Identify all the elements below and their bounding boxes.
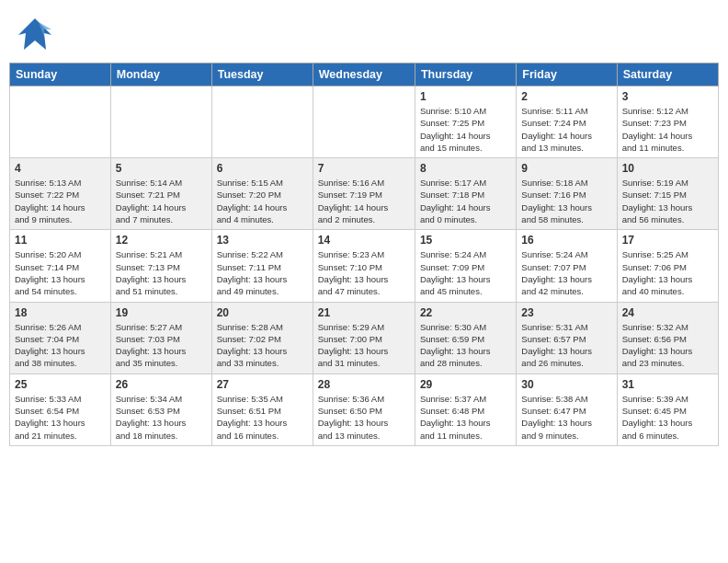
day-info: Sunrise: 5:20 AM Sunset: 7:14 PM Dayligh… <box>15 248 106 297</box>
day-number: 30 <box>521 378 611 391</box>
day-info: Sunrise: 5:32 AM Sunset: 6:56 PM Dayligh… <box>622 321 713 370</box>
day-info: Sunrise: 5:27 AM Sunset: 7:03 PM Dayligh… <box>116 321 207 370</box>
day-number: 1 <box>420 90 511 103</box>
calendar-cell: 8Sunrise: 5:17 AM Sunset: 7:18 PM Daylig… <box>415 158 516 230</box>
logo <box>18 17 55 53</box>
day-info: Sunrise: 5:39 AM Sunset: 6:45 PM Dayligh… <box>622 393 713 442</box>
calendar-week-row: 4Sunrise: 5:13 AM Sunset: 7:22 PM Daylig… <box>10 158 719 230</box>
weekday-header-monday: Monday <box>110 63 211 86</box>
svg-marker-0 <box>18 18 51 50</box>
calendar-cell: 5Sunrise: 5:14 AM Sunset: 7:21 PM Daylig… <box>110 158 211 230</box>
calendar-cell: 22Sunrise: 5:30 AM Sunset: 6:59 PM Dayli… <box>415 302 516 373</box>
day-info: Sunrise: 5:24 AM Sunset: 7:09 PM Dayligh… <box>420 248 511 297</box>
day-number: 9 <box>521 162 611 175</box>
day-number: 24 <box>622 306 713 319</box>
day-info: Sunrise: 5:18 AM Sunset: 7:16 PM Dayligh… <box>521 177 611 225</box>
calendar-cell: 24Sunrise: 5:32 AM Sunset: 6:56 PM Dayli… <box>617 302 718 373</box>
calendar-cell: 23Sunrise: 5:31 AM Sunset: 6:57 PM Dayli… <box>517 302 617 373</box>
day-number: 20 <box>217 306 308 319</box>
day-info: Sunrise: 5:22 AM Sunset: 7:11 PM Dayligh… <box>217 248 308 297</box>
header <box>0 0 728 63</box>
day-info: Sunrise: 5:37 AM Sunset: 6:48 PM Dayligh… <box>420 393 511 442</box>
logo-bird-icon <box>18 17 51 53</box>
weekday-header-friday: Friday <box>517 63 617 86</box>
calendar-cell: 9Sunrise: 5:18 AM Sunset: 7:16 PM Daylig… <box>517 158 617 230</box>
day-number: 5 <box>116 162 207 175</box>
day-number: 21 <box>318 306 410 319</box>
calendar-cell: 15Sunrise: 5:24 AM Sunset: 7:09 PM Dayli… <box>415 230 516 302</box>
day-info: Sunrise: 5:29 AM Sunset: 7:00 PM Dayligh… <box>318 321 410 370</box>
calendar-cell: 13Sunrise: 5:22 AM Sunset: 7:11 PM Dayli… <box>211 230 313 302</box>
calendar-week-row: 18Sunrise: 5:26 AM Sunset: 7:04 PM Dayli… <box>10 302 719 373</box>
day-info: Sunrise: 5:23 AM Sunset: 7:10 PM Dayligh… <box>318 248 410 297</box>
day-number: 23 <box>521 306 611 319</box>
page-container: SundayMondayTuesdayWednesdayThursdayFrid… <box>0 0 728 446</box>
calendar-cell: 18Sunrise: 5:26 AM Sunset: 7:04 PM Dayli… <box>10 302 111 373</box>
calendar-cell: 3Sunrise: 5:12 AM Sunset: 7:23 PM Daylig… <box>617 86 718 158</box>
day-number: 19 <box>116 306 207 319</box>
calendar-cell: 20Sunrise: 5:28 AM Sunset: 7:02 PM Dayli… <box>211 302 313 373</box>
day-info: Sunrise: 5:17 AM Sunset: 7:18 PM Dayligh… <box>420 177 511 225</box>
day-number: 29 <box>420 378 511 391</box>
day-number: 14 <box>318 234 410 247</box>
day-info: Sunrise: 5:25 AM Sunset: 7:06 PM Dayligh… <box>622 248 713 297</box>
calendar-cell: 1Sunrise: 5:10 AM Sunset: 7:25 PM Daylig… <box>415 86 516 158</box>
day-number: 8 <box>420 162 511 175</box>
day-info: Sunrise: 5:31 AM Sunset: 6:57 PM Dayligh… <box>521 321 611 370</box>
calendar-week-row: 11Sunrise: 5:20 AM Sunset: 7:14 PM Dayli… <box>10 230 719 302</box>
calendar-cell: 17Sunrise: 5:25 AM Sunset: 7:06 PM Dayli… <box>617 230 718 302</box>
day-info: Sunrise: 5:36 AM Sunset: 6:50 PM Dayligh… <box>318 393 410 442</box>
calendar-cell: 11Sunrise: 5:20 AM Sunset: 7:14 PM Dayli… <box>10 230 111 302</box>
calendar-cell: 10Sunrise: 5:19 AM Sunset: 7:15 PM Dayli… <box>617 158 718 230</box>
day-info: Sunrise: 5:21 AM Sunset: 7:13 PM Dayligh… <box>116 248 207 297</box>
day-number: 27 <box>217 378 308 391</box>
calendar-cell: 25Sunrise: 5:33 AM Sunset: 6:54 PM Dayli… <box>10 373 111 445</box>
calendar-cell <box>10 86 111 158</box>
calendar-cell: 7Sunrise: 5:16 AM Sunset: 7:19 PM Daylig… <box>313 158 415 230</box>
day-number: 6 <box>217 162 308 175</box>
day-number: 25 <box>15 378 106 391</box>
day-info: Sunrise: 5:19 AM Sunset: 7:15 PM Dayligh… <box>622 177 713 225</box>
day-info: Sunrise: 5:26 AM Sunset: 7:04 PM Dayligh… <box>15 321 106 370</box>
calendar-cell <box>211 86 313 158</box>
day-info: Sunrise: 5:10 AM Sunset: 7:25 PM Dayligh… <box>420 105 511 154</box>
calendar-cell <box>110 86 211 158</box>
calendar-cell: 16Sunrise: 5:24 AM Sunset: 7:07 PM Dayli… <box>517 230 617 302</box>
day-number: 22 <box>420 306 511 319</box>
calendar-cell: 4Sunrise: 5:13 AM Sunset: 7:22 PM Daylig… <box>10 158 111 230</box>
calendar-cell: 26Sunrise: 5:34 AM Sunset: 6:53 PM Dayli… <box>110 373 211 445</box>
calendar-cell: 14Sunrise: 5:23 AM Sunset: 7:10 PM Dayli… <box>313 230 415 302</box>
calendar-week-row: 25Sunrise: 5:33 AM Sunset: 6:54 PM Dayli… <box>10 373 719 445</box>
calendar-cell: 28Sunrise: 5:36 AM Sunset: 6:50 PM Dayli… <box>313 373 415 445</box>
calendar-cell: 2Sunrise: 5:11 AM Sunset: 7:24 PM Daylig… <box>517 86 617 158</box>
weekday-header-wednesday: Wednesday <box>313 63 415 86</box>
calendar-week-row: 1Sunrise: 5:10 AM Sunset: 7:25 PM Daylig… <box>10 86 719 158</box>
weekday-header-thursday: Thursday <box>415 63 516 86</box>
day-info: Sunrise: 5:30 AM Sunset: 6:59 PM Dayligh… <box>420 321 511 370</box>
weekday-header-saturday: Saturday <box>617 63 718 86</box>
day-info: Sunrise: 5:24 AM Sunset: 7:07 PM Dayligh… <box>521 248 611 297</box>
day-number: 10 <box>622 162 713 175</box>
calendar-cell: 21Sunrise: 5:29 AM Sunset: 7:00 PM Dayli… <box>313 302 415 373</box>
calendar-cell: 27Sunrise: 5:35 AM Sunset: 6:51 PM Dayli… <box>211 373 313 445</box>
weekday-header-tuesday: Tuesday <box>211 63 313 86</box>
day-number: 11 <box>15 234 106 247</box>
day-number: 7 <box>318 162 410 175</box>
day-info: Sunrise: 5:12 AM Sunset: 7:23 PM Dayligh… <box>622 105 713 154</box>
day-info: Sunrise: 5:33 AM Sunset: 6:54 PM Dayligh… <box>15 393 106 442</box>
day-info: Sunrise: 5:15 AM Sunset: 7:20 PM Dayligh… <box>217 177 308 225</box>
day-number: 13 <box>217 234 308 247</box>
day-info: Sunrise: 5:28 AM Sunset: 7:02 PM Dayligh… <box>217 321 308 370</box>
day-number: 31 <box>622 378 713 391</box>
day-info: Sunrise: 5:14 AM Sunset: 7:21 PM Dayligh… <box>116 177 207 225</box>
calendar-cell: 12Sunrise: 5:21 AM Sunset: 7:13 PM Dayli… <box>110 230 211 302</box>
day-number: 18 <box>15 306 106 319</box>
calendar-cell <box>313 86 415 158</box>
day-info: Sunrise: 5:11 AM Sunset: 7:24 PM Dayligh… <box>521 105 611 154</box>
day-number: 3 <box>622 90 713 103</box>
day-info: Sunrise: 5:13 AM Sunset: 7:22 PM Dayligh… <box>15 177 106 225</box>
day-info: Sunrise: 5:34 AM Sunset: 6:53 PM Dayligh… <box>116 393 207 442</box>
calendar-cell: 30Sunrise: 5:38 AM Sunset: 6:47 PM Dayli… <box>517 373 617 445</box>
day-number: 12 <box>116 234 207 247</box>
calendar-table: SundayMondayTuesdayWednesdayThursdayFrid… <box>9 63 719 446</box>
